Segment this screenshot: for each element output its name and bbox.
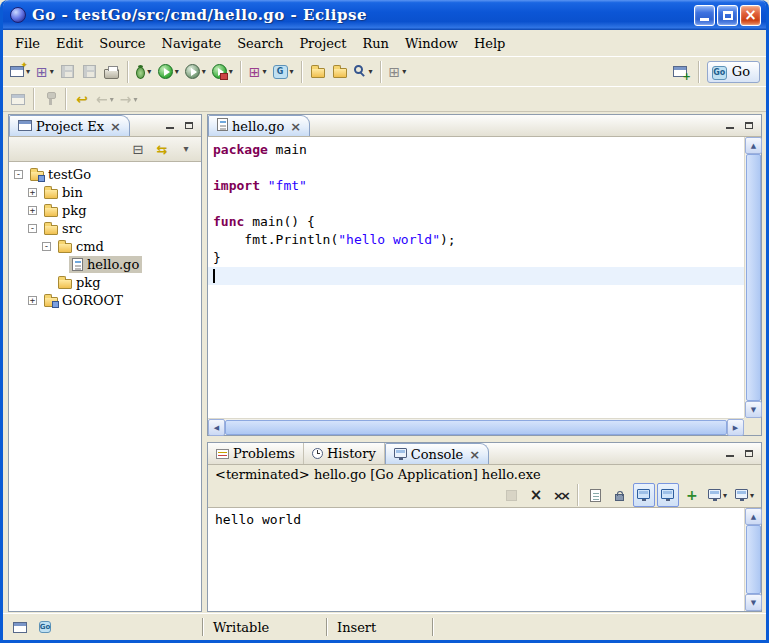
maximize-view-icon[interactable]: [741, 447, 756, 461]
tab-hello-go[interactable]: hello.go ×: [208, 115, 310, 136]
scroll-up-icon[interactable]: ▲: [745, 137, 762, 154]
scrollbar-thumb[interactable]: [746, 525, 761, 594]
tab-console[interactable]: Console×: [385, 443, 489, 464]
minimize-view-icon[interactable]: [722, 119, 737, 133]
remove-launch-button[interactable]: ×: [525, 483, 547, 507]
collapse-all-button[interactable]: ⊟: [127, 137, 149, 161]
pin-editor-button[interactable]: [39, 87, 61, 111]
remove-all-launches-button[interactable]: ××: [549, 483, 571, 507]
save-button[interactable]: [57, 60, 79, 84]
last-edit-button[interactable]: ↩: [71, 87, 93, 111]
console-output[interactable]: hello world: [208, 508, 744, 611]
tree-expander-plus-icon[interactable]: +: [28, 188, 37, 197]
dropdown-arrow-icon[interactable]: ▾: [723, 491, 727, 500]
open-folder-button[interactable]: [307, 60, 329, 84]
go-launch-button[interactable]: Go: [34, 615, 56, 639]
search-button[interactable]: ▾: [351, 60, 376, 84]
stderr-toggle-button[interactable]: [657, 483, 679, 507]
menu-search[interactable]: Search: [229, 33, 291, 54]
console-vertical-scrollbar[interactable]: ▲ ▼: [744, 508, 761, 611]
maximize-view-icon[interactable]: [741, 119, 756, 133]
tree-expander-minus-icon[interactable]: -: [28, 224, 37, 233]
tree-item-bin[interactable]: +bin: [9, 183, 201, 201]
perspective-go-button[interactable]: Go Go: [707, 61, 760, 83]
table-button[interactable]: ⊞▾: [386, 60, 410, 84]
scrollbar-thumb[interactable]: [746, 154, 761, 401]
print-button[interactable]: [101, 60, 123, 84]
dropdown-arrow-icon[interactable]: ▾: [110, 95, 114, 104]
save-all-button[interactable]: [79, 60, 101, 84]
scroll-right-icon[interactable]: ▶: [727, 419, 744, 436]
new-go-app-button[interactable]: ⊞▾: [246, 60, 270, 84]
minimize-view-icon[interactable]: [162, 119, 177, 133]
dropdown-arrow-icon[interactable]: ▾: [50, 67, 54, 76]
scroll-down-icon[interactable]: ▼: [745, 401, 762, 418]
dropdown-arrow-icon[interactable]: ▾: [202, 67, 206, 76]
titlebar[interactable]: Go - testGo/src/cmd/hello.go - Eclipse ×: [3, 0, 766, 30]
open-console-button[interactable]: ▾: [732, 483, 757, 507]
tab-history[interactable]: History: [304, 443, 385, 464]
import-folder-button[interactable]: [329, 60, 351, 84]
open-perspective-button[interactable]: [669, 60, 691, 84]
dropdown-arrow-icon[interactable]: ▾: [133, 95, 137, 104]
display-console-button[interactable]: ▾: [705, 483, 730, 507]
tree-item-testgo[interactable]: -testGo: [9, 165, 201, 183]
tree-item-cmd[interactable]: -cmd: [9, 237, 201, 255]
link-editor-button[interactable]: ⇆: [151, 137, 173, 161]
menu-help[interactable]: Help: [466, 33, 514, 54]
view-menu-button[interactable]: ▾: [175, 137, 197, 161]
code-area[interactable]: package main import "fmt" func main() { …: [208, 137, 744, 418]
minimize-view-icon[interactable]: [722, 447, 737, 461]
run-last-button[interactable]: ▾: [182, 60, 209, 84]
menu-project[interactable]: Project: [291, 33, 354, 54]
close-tab-icon[interactable]: ×: [469, 448, 480, 461]
fast-view-button[interactable]: [9, 615, 31, 639]
tab-project-explorer[interactable]: Project Ex ×: [9, 115, 130, 136]
scrollbar-thumb[interactable]: [225, 420, 727, 435]
scroll-lock-button[interactable]: [609, 483, 631, 507]
tree-expander-plus-icon[interactable]: +: [28, 206, 37, 215]
dropdown-arrow-icon[interactable]: ▾: [290, 67, 294, 76]
maximize-button[interactable]: [717, 5, 738, 26]
tree-expander-minus-icon[interactable]: -: [14, 170, 23, 179]
scroll-left-icon[interactable]: ◀: [208, 419, 225, 436]
tree-item-pkg[interactable]: pkg: [9, 273, 201, 291]
tree-item-goroot[interactable]: +GOROOT: [9, 291, 201, 309]
tree-expander-minus-icon[interactable]: -: [42, 242, 51, 251]
scroll-down-icon[interactable]: ▼: [745, 594, 762, 611]
tree-item-hello-go[interactable]: hello.go: [9, 255, 201, 273]
tree-item-pkg[interactable]: +pkg: [9, 201, 201, 219]
stdout-toggle-button[interactable]: [633, 483, 655, 507]
dropdown-arrow-icon[interactable]: ▾: [263, 67, 267, 76]
dropdown-arrow-icon[interactable]: ▾: [229, 67, 233, 76]
new-wizard-button[interactable]: ▾: [7, 60, 33, 84]
dropdown-arrow-icon[interactable]: ▾: [175, 67, 179, 76]
close-button[interactable]: ×: [740, 5, 761, 26]
clear-console-button[interactable]: [585, 483, 607, 507]
close-explorer-tab-icon[interactable]: ×: [110, 120, 121, 133]
external-tools-button[interactable]: ▾: [209, 60, 236, 84]
minimize-button[interactable]: [694, 5, 715, 26]
tree-item-src[interactable]: -src: [9, 219, 201, 237]
debug-button[interactable]: ▾: [133, 60, 155, 84]
menu-edit[interactable]: Edit: [48, 33, 91, 54]
back-button[interactable]: ←▾: [93, 87, 117, 111]
menu-file[interactable]: File: [7, 33, 48, 54]
dropdown-arrow-icon[interactable]: ▾: [402, 67, 406, 76]
dropdown-arrow-icon[interactable]: ▾: [750, 491, 754, 500]
dropdown-arrow-icon[interactable]: ▾: [369, 67, 373, 76]
forward-button[interactable]: →▾: [117, 87, 141, 111]
menu-run[interactable]: Run: [354, 33, 397, 54]
editor-vertical-scrollbar[interactable]: ▲ ▼: [744, 137, 761, 418]
run-button[interactable]: ▾: [155, 60, 182, 84]
close-editor-tab-icon[interactable]: ×: [290, 120, 301, 133]
menu-navigate[interactable]: Navigate: [154, 33, 230, 54]
pin-console-button[interactable]: +: [681, 483, 703, 507]
editor-presentation-button[interactable]: [7, 87, 29, 111]
go-command-button[interactable]: G▾: [270, 60, 297, 84]
terminate-button[interactable]: [501, 483, 523, 507]
menu-window[interactable]: Window: [397, 33, 466, 54]
menu-source[interactable]: Source: [91, 33, 153, 54]
tree-expander-plus-icon[interactable]: +: [28, 296, 37, 305]
scroll-up-icon[interactable]: ▲: [745, 508, 762, 525]
